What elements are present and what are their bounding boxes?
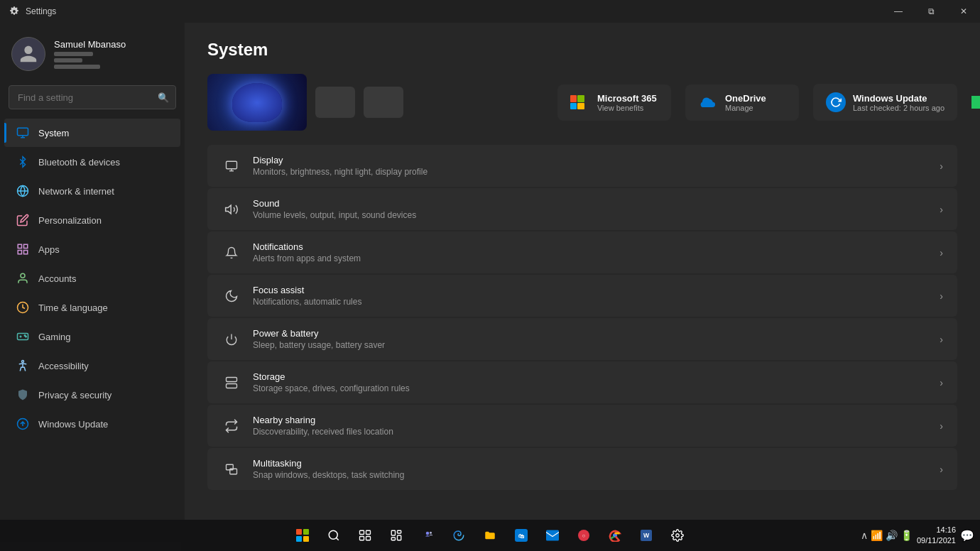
settings-window-icon <box>9 6 20 17</box>
onedrive-card[interactable]: OneDrive Manage <box>685 84 799 121</box>
update-arrow-indicator <box>971 89 980 115</box>
chrome-button[interactable] <box>601 521 629 550</box>
svg-rect-36 <box>391 530 395 535</box>
sidebar-item-gaming[interactable]: Gaming <box>4 322 180 351</box>
svg-rect-37 <box>398 530 401 533</box>
mail-button[interactable] <box>538 521 567 550</box>
settings-item-nearby[interactable]: Nearby sharing Discoverability, received… <box>207 405 957 447</box>
arrow-body <box>971 96 980 109</box>
settings-item-focus[interactable]: Focus assist Notifications, automatic ru… <box>207 275 957 317</box>
power-desc: Sleep, battery usage, battery saver <box>253 340 928 350</box>
windows-update-sub: Last checked: 2 hours ago <box>853 104 944 112</box>
taskbar: 🛍 ○ W ∧ 📶 🔊 🔋 14:16 09/11/2021 💬 <box>0 520 980 551</box>
sound-desc: Volume levels, output, input, sound devi… <box>253 210 928 220</box>
clock-date: 09/11/2021 <box>917 535 956 546</box>
search-taskbar-button[interactable] <box>320 521 348 550</box>
nearby-text: Nearby sharing Discoverability, received… <box>253 415 928 437</box>
notifications-icon <box>222 243 241 263</box>
widgets-button[interactable] <box>382 521 410 550</box>
settings-item-sound[interactable]: Sound Volume levels, output, input, soun… <box>207 188 957 230</box>
user-info: Samuel Mbanaso <box>54 39 126 69</box>
display-chevron: › <box>940 160 943 172</box>
settings-taskbar-button[interactable] <box>663 521 692 550</box>
store-button[interactable]: 🛍 <box>507 521 535 550</box>
sound-chevron: › <box>940 204 943 215</box>
restore-button[interactable]: ⧉ <box>915 0 947 23</box>
accounts-icon <box>16 271 30 285</box>
windowsupdate-label: Windows Update <box>38 419 108 430</box>
svg-rect-5 <box>18 244 21 248</box>
storage-chevron: › <box>940 377 943 388</box>
notifications-text: Notifications Alerts from apps and syste… <box>253 241 928 263</box>
explorer-button[interactable] <box>476 521 504 550</box>
page-title: System <box>207 40 957 60</box>
clock[interactable]: 14:16 09/11/2021 <box>917 525 956 547</box>
time-label: Time & language <box>38 302 108 313</box>
network-icon <box>16 184 30 198</box>
sidebar-item-accessibility[interactable]: Accessibility <box>4 351 180 380</box>
personalization-label: Personalization <box>38 215 102 226</box>
battery-icon[interactable]: 🔋 <box>900 530 913 541</box>
notifications-chevron: › <box>940 247 943 258</box>
taskbar-center: 🛍 ○ W <box>288 521 692 550</box>
search-box[interactable]: 🔍 <box>9 85 176 109</box>
system-icon <box>16 126 30 140</box>
notification-icon[interactable]: 💬 <box>960 529 974 542</box>
svg-marker-22 <box>226 205 232 214</box>
sidebar-item-system[interactable]: System <box>4 119 180 147</box>
microsoft365-card[interactable]: Microsoft 365 View benefits <box>557 84 671 121</box>
focus-desc: Notifications, automatic rules <box>253 297 928 307</box>
settings-item-notifications[interactable]: Notifications Alerts from apps and syste… <box>207 231 957 273</box>
microsoft365-sub: View benefits <box>597 104 657 112</box>
settings-item-display[interactable]: Display Monitors, brightness, night ligh… <box>207 145 957 187</box>
multitasking-text: Multitasking Snap windows, desktops, tas… <box>253 458 928 480</box>
minimize-button[interactable]: — <box>882 0 915 23</box>
settings-item-multitasking[interactable]: Multitasking Snap windows, desktops, tas… <box>207 448 957 490</box>
onedrive-title: OneDrive <box>725 93 766 104</box>
sidebar-item-apps[interactable]: Apps <box>4 235 180 263</box>
user-section[interactable]: Samuel Mbanaso <box>0 23 185 82</box>
svg-rect-7 <box>24 251 28 254</box>
svg-rect-8 <box>18 251 21 254</box>
sidebar-item-windowsupdate[interactable]: Windows Update <box>4 410 180 438</box>
settings-item-power[interactable]: Power & battery Sleep, battery usage, ba… <box>207 318 957 360</box>
search-icon: 🔍 <box>158 92 169 103</box>
volume-icon[interactable]: 🔊 <box>886 530 898 541</box>
svg-rect-44 <box>546 530 559 541</box>
svg-point-41 <box>430 532 432 534</box>
card-spacer-1 <box>315 87 355 118</box>
close-button[interactable]: ✕ <box>947 0 980 23</box>
start-button[interactable] <box>288 521 317 550</box>
main-content: System <box>185 23 980 520</box>
display-title: Display <box>253 155 928 165</box>
power-icon <box>222 329 241 349</box>
chevron-up-tray[interactable]: ∧ <box>861 530 868 541</box>
wifi-icon[interactable]: 📶 <box>871 530 883 541</box>
sidebar-item-time[interactable]: Time & language <box>4 293 180 322</box>
search-input[interactable] <box>9 85 176 109</box>
svg-text:🛍: 🛍 <box>518 533 525 540</box>
svg-rect-32 <box>360 530 364 534</box>
sidebar-item-network[interactable]: Network & internet <box>4 177 180 205</box>
sidebar-item-privacy[interactable]: Privacy & security <box>4 381 180 409</box>
sidebar-item-personalization[interactable]: Personalization <box>4 206 180 234</box>
settings-list: Display Monitors, brightness, night ligh… <box>207 145 957 490</box>
windows-update-card[interactable]: Windows Update Last checked: 2 hours ago <box>813 84 957 121</box>
sidebar-item-bluetooth[interactable]: Bluetooth & devices <box>4 148 180 176</box>
sidebar-item-accounts[interactable]: Accounts <box>4 264 180 293</box>
microsoft365-title: Microsoft 365 <box>597 93 657 104</box>
windows-logo <box>296 529 309 542</box>
svg-point-16 <box>22 361 24 363</box>
svg-rect-34 <box>360 537 364 540</box>
word-button[interactable]: W <box>632 521 660 550</box>
storage-title: Storage <box>253 371 928 382</box>
taskview-button[interactable] <box>351 521 379 550</box>
svg-rect-19 <box>227 161 237 169</box>
gaming-label: Gaming <box>38 332 71 342</box>
todo-button[interactable]: ○ <box>570 521 598 550</box>
svg-point-9 <box>21 273 25 278</box>
system-label: System <box>38 128 69 138</box>
settings-item-storage[interactable]: Storage Storage space, drives, configura… <box>207 361 957 403</box>
edge-button[interactable] <box>445 521 473 550</box>
teams-button[interactable] <box>413 521 442 550</box>
